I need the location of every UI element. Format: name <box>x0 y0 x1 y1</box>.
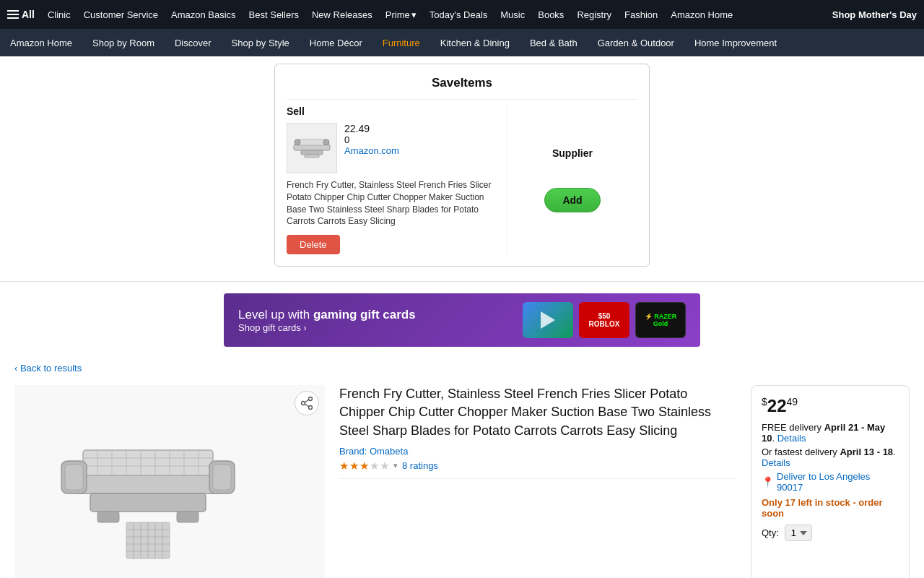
details-link-2[interactable]: Details <box>762 457 790 468</box>
nav-new-releases[interactable]: New Releases <box>312 9 372 20</box>
nav-todays-deals[interactable]: Today's Deals <box>430 9 488 20</box>
location-icon: 📍 <box>762 476 774 488</box>
deliver-to-button[interactable]: 📍 Deliver to Los Angeles 90017 <box>762 471 899 493</box>
all-menu-button[interactable]: All <box>7 9 35 20</box>
sec-nav-amazon-home[interactable]: Amazon Home <box>7 32 75 54</box>
price-whole: 22 <box>767 396 787 415</box>
svg-rect-1 <box>297 139 326 145</box>
nav-best-sellers[interactable]: Best Sellers <box>249 9 299 20</box>
svg-line-10 <box>305 400 309 402</box>
rating-row: ★ ★ ★ ★ ★ ▾ 8 ratings <box>339 460 736 473</box>
save-item-title: French Fry Cutter, Stainless Steel Frenc… <box>287 179 498 228</box>
banner-headline: Level up with gaming gift cards <box>238 308 511 322</box>
svg-rect-5 <box>305 155 319 158</box>
product-main: French Fry Cutter, Stainless Steel Frenc… <box>14 385 910 578</box>
svg-point-7 <box>309 397 313 401</box>
add-button[interactable]: Add <box>544 188 600 212</box>
sec-nav-home-improvement[interactable]: Home Improvement <box>692 32 780 54</box>
roblox-label: $50ROBLOX <box>589 312 620 328</box>
buy-price: $2249 <box>762 396 899 416</box>
banner-text: Level up with gaming gift cards Shop gif… <box>238 308 511 333</box>
share-button[interactable] <box>295 391 319 415</box>
details-link-1[interactable]: Details <box>777 433 806 444</box>
svg-rect-30 <box>177 512 199 522</box>
save-item-price: 22.49 <box>344 123 498 134</box>
svg-rect-13 <box>83 450 213 475</box>
razer-card: ⚡ RAZERGold <box>635 302 686 338</box>
banner-bold: gaming gift cards <box>313 308 416 322</box>
svg-rect-25 <box>65 465 83 490</box>
nav-amazon-basics[interactable]: Amazon Basics <box>171 9 236 20</box>
nav-clinic[interactable]: Clinic <box>48 9 71 20</box>
star-2: ★ <box>349 460 359 473</box>
nav-music[interactable]: Music <box>500 9 525 20</box>
promo-label[interactable]: Shop Mother's Day <box>832 9 917 20</box>
gaming-banner: Level up with gaming gift cards Shop gif… <box>224 293 700 347</box>
save-item-zero: 0 <box>344 134 498 145</box>
quantity-row: Qty: 1 2 3 4 5 <box>762 525 899 541</box>
nav-amazon-home[interactable]: Amazon Home <box>671 9 733 20</box>
save-item-row: 22.49 0 Amazon.com <box>287 123 498 173</box>
save-items-overlay: SaveItems Sell <box>0 56 924 282</box>
razer-label: ⚡ RAZERGold <box>645 313 677 327</box>
svg-marker-6 <box>541 311 555 329</box>
quantity-select[interactable]: 1 2 3 4 5 <box>785 525 812 541</box>
save-items-box: SaveItems Sell <box>274 64 650 267</box>
svg-rect-2 <box>301 150 323 155</box>
deliver-to-label: Deliver to Los Angeles 90017 <box>777 471 899 493</box>
banner-shop-link[interactable]: Shop gift cards › <box>238 322 307 333</box>
save-item-amazon-link[interactable]: Amazon.com <box>344 145 399 156</box>
fastest-date: April 13 - 18 <box>840 447 893 457</box>
delete-button[interactable]: Delete <box>287 235 340 254</box>
sec-nav-shop-by-room[interactable]: Shop by Room <box>90 32 157 54</box>
sec-nav-furniture[interactable]: Furniture <box>380 32 423 54</box>
save-items-title: SaveItems <box>287 76 637 90</box>
stock-warning: Only 17 left in stock - order soon <box>762 497 899 519</box>
sec-nav-home-decor[interactable]: Home Décor <box>307 32 365 54</box>
star-rating[interactable]: ★ ★ ★ ★ ★ <box>339 460 389 473</box>
top-navigation: All Clinic Customer Service Amazon Basic… <box>0 0 924 29</box>
svg-rect-28 <box>90 493 206 512</box>
star-3: ★ <box>359 460 369 473</box>
sec-nav-kitchen-dining[interactable]: Kitchen & Dining <box>437 32 513 54</box>
secondary-navigation: Amazon Home Shop by Room Discover Shop b… <box>0 29 924 56</box>
product-details-column: French Fry Cutter, Stainless Steel Frenc… <box>339 385 736 578</box>
google-play-icon <box>538 310 558 330</box>
product-image-svg <box>54 400 285 573</box>
nav-books[interactable]: Books <box>538 9 564 20</box>
back-to-results-link[interactable]: Back to results <box>14 363 82 374</box>
svg-rect-29 <box>97 512 119 522</box>
product-image-column <box>14 385 325 578</box>
banner-cards: $50ROBLOX ⚡ RAZERGold <box>523 302 686 338</box>
svg-point-8 <box>309 406 313 410</box>
ratings-count-link[interactable]: 8 ratings <box>402 460 438 471</box>
google-play-card <box>523 302 573 338</box>
roblox-card: $50ROBLOX <box>579 302 629 338</box>
product-area: Back to results <box>0 354 924 578</box>
nav-customer-service[interactable]: Customer Service <box>84 9 158 20</box>
fastest-delivery-text: Or fastest delivery April 13 - 18. Detai… <box>762 447 899 468</box>
nav-registry[interactable]: Registry <box>577 9 611 20</box>
sell-header: Sell <box>287 105 498 117</box>
sec-nav-garden-outdoor[interactable]: Garden & Outdoor <box>595 32 677 54</box>
product-thumbnail-svg <box>290 126 334 170</box>
sec-nav-shop-by-style[interactable]: Shop by Style <box>229 32 292 54</box>
star-1: ★ <box>339 460 349 473</box>
svg-point-9 <box>302 402 305 405</box>
prime-dropdown-icon: ▾ <box>411 9 417 20</box>
nav-fashion[interactable]: Fashion <box>624 9 658 20</box>
sec-nav-discover[interactable]: Discover <box>172 32 214 54</box>
product-title: French Fry Cutter, Stainless Steel Frenc… <box>339 385 736 440</box>
qty-label: Qty: <box>762 527 779 538</box>
sec-nav-bed-bath[interactable]: Bed & Bath <box>527 32 580 54</box>
nav-prime[interactable]: Prime ▾ <box>385 9 417 20</box>
svg-rect-27 <box>213 465 231 490</box>
svg-point-3 <box>295 139 300 145</box>
price-fraction: 49 <box>787 396 798 407</box>
svg-line-11 <box>305 404 309 407</box>
currency-symbol: $ <box>762 396 767 407</box>
rating-dropdown-icon[interactable]: ▾ <box>393 461 398 470</box>
save-item-details: 22.49 0 Amazon.com <box>344 123 498 156</box>
brand-link[interactable]: Brand: Omabeta <box>339 446 408 457</box>
share-icon <box>301 397 313 410</box>
